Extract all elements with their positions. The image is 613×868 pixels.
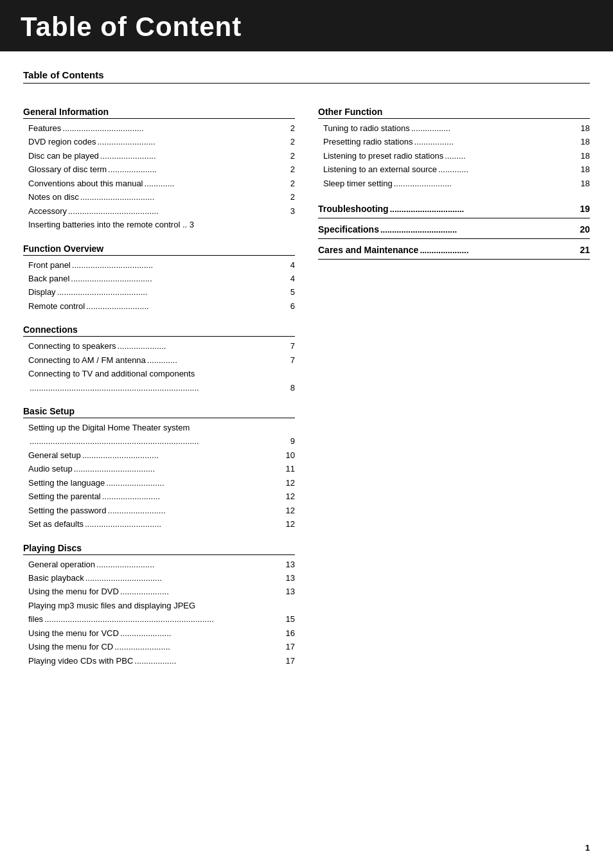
section-connections: Connections bbox=[23, 324, 295, 337]
list-item: Glossary of disc term ..................… bbox=[23, 163, 295, 176]
list-item: Conventions about this manual ..........… bbox=[23, 177, 295, 190]
list-item: Display ................................… bbox=[23, 285, 295, 299]
section-playing-discs: Playing Discs bbox=[23, 543, 295, 555]
list-item: General operation ......................… bbox=[23, 558, 295, 571]
list-item: Playing video CDs with PBC .............… bbox=[23, 654, 295, 668]
list-item: Audio setup ............................… bbox=[23, 462, 295, 475]
list-item: Connecting to speakers .................… bbox=[23, 339, 295, 353]
list-item: Sleep timer setting ....................… bbox=[318, 177, 590, 190]
section-function-overview: Function Overview bbox=[23, 244, 295, 256]
list-item: Inserting batteries into the remote cont… bbox=[23, 218, 295, 231]
playing-discs-entries: General operation ......................… bbox=[23, 558, 295, 668]
toc-heading: Table of Contents bbox=[23, 69, 590, 84]
standalone-entries: Troubleshooting ........................… bbox=[318, 202, 590, 260]
list-item-troubleshooting: Troubleshooting ........................… bbox=[318, 202, 590, 218]
list-item: Remote control .........................… bbox=[23, 299, 295, 313]
list-item: Disc can be played .....................… bbox=[23, 149, 295, 163]
list-item: Using the menu for VCD .................… bbox=[23, 626, 295, 640]
list-item: Listening to preset radio stations .....… bbox=[318, 149, 590, 163]
list-item: Connecting to TV and additional componen… bbox=[23, 367, 295, 394]
list-item: ........................................… bbox=[28, 381, 295, 394]
list-item: Setting the password ...................… bbox=[23, 504, 295, 517]
list-item: Using the menu for DVD .................… bbox=[23, 585, 295, 598]
list-item: Features ...............................… bbox=[23, 121, 295, 135]
list-item-specifications: Specifications .........................… bbox=[318, 222, 590, 239]
connections-entries: Connecting to speakers .................… bbox=[23, 339, 295, 394]
list-item: Setting the language ...................… bbox=[23, 476, 295, 490]
list-item: DVD region codes .......................… bbox=[23, 135, 295, 148]
list-item: Set as defaults ........................… bbox=[23, 517, 295, 531]
list-item: Setting the parental ...................… bbox=[23, 490, 295, 503]
list-item: Connecting to AM / FM antenna ..........… bbox=[23, 353, 295, 367]
list-item: Presetting radio stations ..............… bbox=[318, 135, 590, 148]
right-column: Other Function Tuning to radio stations … bbox=[318, 95, 590, 670]
list-item: General setup ..........................… bbox=[23, 448, 295, 462]
list-item: Tuning to radio stations ...............… bbox=[318, 121, 590, 135]
section-basic-setup: Basic Setup bbox=[23, 406, 295, 418]
list-item: Basic playback .........................… bbox=[23, 571, 295, 585]
list-item-cares-maintenance: Cares and Maintenance ..................… bbox=[318, 243, 590, 260]
list-item: Front panel ............................… bbox=[23, 258, 295, 272]
left-column: General Information Features ...........… bbox=[23, 95, 295, 670]
list-item: Listening to an external source ........… bbox=[318, 163, 590, 176]
header-bar: Table of Content bbox=[0, 0, 613, 51]
section-other-function: Other Function bbox=[318, 107, 590, 119]
list-item: Accessory ..............................… bbox=[23, 204, 295, 218]
other-function-entries: Tuning to radio stations ...............… bbox=[318, 121, 590, 190]
section-general-information: General Information bbox=[23, 107, 295, 119]
list-item: Using the menu for CD ..................… bbox=[23, 640, 295, 653]
list-item: Playing mp3 music files and displaying J… bbox=[23, 599, 295, 626]
page-title: Table of Content bbox=[21, 12, 592, 42]
basic-setup-entries: Setting up the Digital Home Theater syst… bbox=[23, 421, 295, 531]
list-item: Back panel .............................… bbox=[23, 272, 295, 285]
page-number: 1 bbox=[585, 843, 590, 853]
list-item: Notes on disc ..........................… bbox=[23, 190, 295, 204]
list-item: Setting up the Digital Home Theater syst… bbox=[23, 421, 295, 448]
general-information-entries: Features ...............................… bbox=[23, 121, 295, 232]
function-overview-entries: Front panel ............................… bbox=[23, 258, 295, 314]
